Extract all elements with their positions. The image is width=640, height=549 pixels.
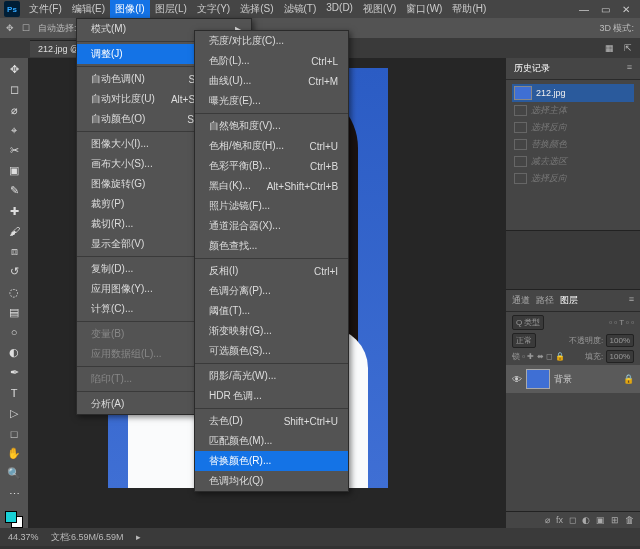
zoom-tool[interactable]: 🔍 [3,464,25,483]
link-layers-icon[interactable]: ⌀ [545,515,550,525]
dodge-tool[interactable]: ◐ [3,343,25,362]
gradient-tool[interactable]: ▤ [3,303,25,322]
history-step[interactable]: 减去选区 [512,153,634,170]
path-tool[interactable]: ▷ [3,404,25,423]
tab-channels[interactable]: 通道 [512,294,530,307]
menu-7[interactable]: 3D(D) [321,0,358,18]
menu-item[interactable]: 色相/饱和度(H)...Ctrl+U [195,136,348,156]
menu-item[interactable]: 阴影/高光(W)... [195,366,348,386]
hand-tool[interactable]: ✋ [3,444,25,463]
visibility-icon[interactable]: 👁 [512,374,522,385]
fill-input[interactable]: 100% [606,350,634,363]
minimize-icon[interactable]: — [579,4,589,15]
menu-8[interactable]: 视图(V) [358,0,401,18]
history-step[interactable]: 选择反向 [512,119,634,136]
menu-item[interactable]: HDR 色调... [195,386,348,406]
status-arrow-icon[interactable]: ▸ [136,532,141,542]
menu-item[interactable]: 渐变映射(G)... [195,321,348,341]
new-layer-icon[interactable]: ⊞ [611,515,619,525]
menu-item[interactable]: 亮度/对比度(C)... [195,31,348,51]
layer-row-background[interactable]: 👁 背景 🔒 [506,365,640,393]
frame-tool[interactable]: ▣ [3,161,25,180]
history-step[interactable]: 选择主体 [512,102,634,119]
brush-tool[interactable]: 🖌 [3,222,25,241]
layer-controls: Q 类型 ▫ ▫ T ▫ ▫ 正常 不透明度: 100% 锁 ▫ ✚ ⬌ ◻ 🔒… [506,312,640,365]
close-icon[interactable]: ✕ [622,4,630,15]
move-tool[interactable]: ✥ [3,60,25,79]
pen-tool[interactable]: ✒ [3,363,25,382]
toolbox: ✥ ◻ ⌀ ⌖ ✂ ▣ ✎ ✚ 🖌 ⧈ ↺ ◌ ▤ ○ ◐ ✒ T ▷ □ ✋ … [0,58,28,528]
group-icon[interactable]: ▣ [596,515,605,525]
menu-item[interactable]: 黑白(K)...Alt+Shift+Ctrl+B [195,176,348,196]
menu-item[interactable]: 曝光度(E)... [195,91,348,111]
menu-item[interactable]: 匹配颜色(M)... [195,431,348,451]
window-buttons[interactable]: — ▭ ✕ [579,4,636,15]
tab-layers[interactable]: 图层 [560,294,578,307]
marquee-tool[interactable]: ◻ [3,80,25,99]
eraser-tool[interactable]: ◌ [3,282,25,301]
history-step[interactable]: 选择反向 [512,170,634,187]
menu-3[interactable]: 图层(L) [150,0,192,18]
menu-item[interactable]: 通道混合器(X)... [195,216,348,236]
app-logo: Ps [4,1,20,17]
mode-3d-label: 3D 模式: [599,22,634,35]
panel-menu-icon[interactable]: ≡ [627,62,632,75]
menu-4[interactable]: 文字(Y) [192,0,235,18]
layer-panel-footer: ⌀ fx ◻ ◐ ▣ ⊞ 🗑 [506,511,640,528]
healing-tool[interactable]: ✚ [3,202,25,221]
tab-paths[interactable]: 路径 [536,294,554,307]
delete-icon[interactable]: 🗑 [625,515,634,525]
panel-menu-icon[interactable]: ≡ [629,294,634,307]
shape-tool[interactable]: □ [3,424,25,443]
adjustment-icon[interactable]: ◐ [582,515,590,525]
layer-name: 背景 [554,373,572,386]
history-step[interactable]: 替换颜色 [512,136,634,153]
menu-item[interactable]: 可选颜色(S)... [195,341,348,361]
menu-9[interactable]: 窗口(W) [401,0,447,18]
menu-item[interactable]: 阈值(T)... [195,301,348,321]
maximize-icon[interactable]: ▭ [601,4,610,15]
blend-mode-dropdown[interactable]: 正常 [512,333,536,348]
menu-item[interactable]: 色调均化(Q) [195,471,348,491]
menu-item[interactable]: 去色(D)Shift+Ctrl+U [195,411,348,431]
arrange-icon[interactable]: ▦ [605,43,614,53]
menu-6[interactable]: 滤镜(T) [279,0,322,18]
crop-tool[interactable]: ✂ [3,141,25,160]
color-swatch[interactable] [5,511,23,528]
zoom-level[interactable]: 44.37% [8,532,39,542]
menu-adjustments[interactable]: 亮度/对比度(C)...色阶(L)...Ctrl+L曲线(U)...Ctrl+M… [194,30,349,492]
menu-item[interactable]: 替换颜色(R)... [195,451,348,471]
document-size: 文档:6.59M/6.59M [51,531,124,544]
menu-item[interactable]: 自然饱和度(V)... [195,116,348,136]
menu-2[interactable]: 图像(I) [110,0,149,18]
menu-10[interactable]: 帮助(H) [447,0,491,18]
share-icon[interactable]: ⇱ [624,43,632,53]
menu-0[interactable]: 文件(F) [24,0,67,18]
stamp-tool[interactable]: ⧈ [3,242,25,261]
menu-item[interactable]: 颜色查找... [195,236,348,256]
quick-select-tool[interactable]: ⌖ [3,121,25,140]
fx-icon[interactable]: fx [556,515,563,525]
menu-item[interactable]: 照片滤镜(F)... [195,196,348,216]
menu-item[interactable]: 反相(I)Ctrl+I [195,261,348,281]
lasso-tool[interactable]: ⌀ [3,100,25,119]
eyedropper-tool[interactable]: ✎ [3,181,25,200]
layer-filter[interactable]: Q 类型 [512,315,544,330]
right-panels: 历史记录 ≡ 212.jpg选择主体选择反向替换颜色减去选区选择反向 通道 路径… [506,58,640,528]
menubar: Ps 文件(F)编辑(E)图像(I)图层(L)文字(Y)选择(S)滤镜(T)3D… [0,0,640,18]
history-step[interactable]: 212.jpg [512,84,634,102]
blur-tool[interactable]: ○ [3,323,25,342]
lock-icon[interactable]: 🔒 [623,374,634,384]
menu-item[interactable]: 曲线(U)...Ctrl+M [195,71,348,91]
tab-history[interactable]: 历史记录 [514,62,550,75]
edit-toolbar[interactable]: ⋯ [3,485,25,504]
menu-item[interactable]: 色阶(L)...Ctrl+L [195,51,348,71]
mask-icon[interactable]: ◻ [569,515,576,525]
menu-1[interactable]: 编辑(E) [67,0,110,18]
history-brush-tool[interactable]: ↺ [3,262,25,281]
opacity-input[interactable]: 100% [606,334,634,347]
menu-item[interactable]: 色彩平衡(B)...Ctrl+B [195,156,348,176]
type-tool[interactable]: T [3,384,25,403]
menu-item[interactable]: 色调分离(P)... [195,281,348,301]
menu-5[interactable]: 选择(S) [235,0,278,18]
